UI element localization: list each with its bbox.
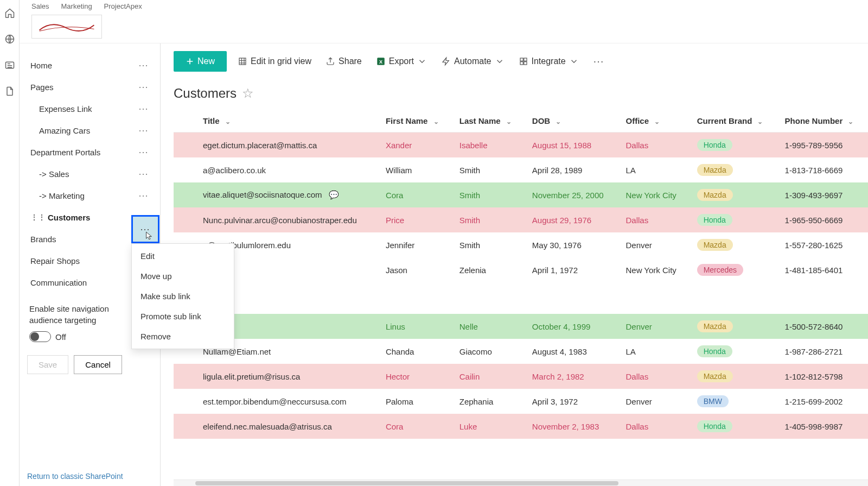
cell-office: Dallas	[618, 132, 689, 158]
nav-label: Customers	[48, 213, 90, 222]
context-menu-move-up[interactable]: Move up	[132, 266, 234, 286]
nav-ellipsis-icon[interactable]: ⋯	[136, 146, 151, 158]
cell-dob: April 1, 1972	[525, 257, 618, 282]
app-rail	[0, 0, 20, 486]
context-menu-remove[interactable]: Remove	[132, 326, 234, 346]
tab-marketing[interactable]: Marketing	[61, 2, 92, 10]
favorite-star-icon[interactable]: ☆	[242, 86, 254, 101]
cell-title: eget.dictum.placerat@mattis.ca	[195, 132, 378, 158]
cell-phone: 1-102-812-5798	[777, 364, 868, 389]
column-header[interactable]: Last Name ⌄	[452, 110, 525, 132]
cell-firstname: Xander	[378, 132, 452, 158]
table-row[interactable]: est.tempor.bibendum@neccursusa.comPaloma…	[174, 389, 868, 414]
table-row[interactable]: e@vestibulumlorem.eduJenniferSmithMay 30…	[174, 232, 868, 257]
nav-item-home[interactable]: Home⋯	[27, 54, 155, 76]
nav-ellipsis-icon[interactable]: ⋯	[136, 59, 151, 71]
tab-projectapex[interactable]: ProjectApex	[104, 2, 142, 10]
nav-item-dept[interactable]: Department Portals⋯	[27, 141, 155, 163]
globe-icon[interactable]	[4, 34, 15, 45]
audience-targeting-label: Enable site navigation audience targetin…	[29, 303, 142, 326]
table-row[interactable]: on.comJasonZeleniaApril 1, 1972New York …	[174, 257, 868, 282]
column-header[interactable]: Current Brand ⌄	[690, 110, 777, 132]
table-row[interactable]: Nunc.pulvinar.arcu@conubianostraper.eduP…	[174, 207, 868, 232]
share-button[interactable]: Share	[322, 54, 365, 68]
brand-pill: BMW	[697, 395, 729, 407]
table-row[interactable]: vitae.aliquet@sociisnatoque.com 💬CoraSmi…	[174, 182, 868, 207]
cell-lastname: Giacomo	[452, 339, 525, 364]
cell-office: Denver	[618, 232, 689, 257]
tab-sales[interactable]: Sales	[31, 2, 49, 10]
automate-button[interactable]: Automate	[438, 54, 507, 68]
context-menu-edit[interactable]: Edit	[132, 246, 234, 266]
cell-firstname: Jason	[378, 257, 452, 282]
brand-pill: Mercedes	[697, 264, 743, 276]
nav-ellipsis-icon[interactable]: ⋯	[136, 168, 151, 180]
cell-phone: 1-557-280-1625	[777, 232, 868, 257]
nav-item-pages[interactable]: Pages⋯	[27, 76, 155, 98]
nav-label: Home	[30, 61, 52, 70]
files-icon[interactable]	[4, 86, 15, 97]
nav-ellipsis-icon[interactable]: ⋯	[136, 124, 151, 136]
column-header[interactable]: First Name ⌄	[378, 110, 452, 132]
cell-phone: 1-987-286-2721	[777, 339, 868, 364]
site-logo[interactable]	[31, 15, 102, 39]
nav-label: -> Marketing	[39, 191, 85, 200]
column-header[interactable]: DOB ⌄	[525, 110, 618, 132]
nav-ellipsis-icon[interactable]: ⋯	[136, 190, 151, 201]
command-bar: New Edit in grid view Share X Export	[161, 43, 868, 79]
audience-targeting-toggle[interactable]	[29, 331, 51, 342]
cell-phone: 1-481-185-6401	[777, 257, 868, 282]
brand-pill: Mazda	[697, 370, 733, 382]
new-button[interactable]: New	[174, 51, 227, 72]
brand-pill: Mazda	[697, 164, 733, 176]
column-header[interactable]: Phone Number ⌄	[777, 110, 868, 132]
return-classic-link[interactable]: Return to classic SharePoint	[27, 461, 155, 481]
column-header[interactable]: Title ⌄	[195, 110, 378, 132]
cancel-button[interactable]: Cancel	[74, 355, 122, 374]
context-menu-make-sub-link[interactable]: Make sub link	[132, 286, 234, 306]
cell-firstname: Jennifer	[378, 232, 452, 257]
brand-pill: Honda	[697, 139, 732, 151]
cell-phone: 1-309-493-9697	[777, 182, 868, 207]
context-menu-promote-sub-link[interactable]: Promote sub link	[132, 306, 234, 326]
table-row[interactable]: eleifend.nec.malesuada@atrisus.caCoraLuk…	[174, 414, 868, 439]
table-row[interactable]: @in.eduLinusNelleOctober 4, 1999DenverMa…	[174, 314, 868, 339]
cell-office: New York City	[618, 182, 689, 207]
cell-office: New York City	[618, 257, 689, 282]
nav-item-marketing[interactable]: -> Marketing⋯	[27, 185, 155, 206]
cell-brand: Mazda	[690, 232, 777, 257]
table-row[interactable]: eget.dictum.placerat@mattis.caXanderIsab…	[174, 132, 868, 158]
nav-ellipsis-icon[interactable]: ⋯	[136, 103, 151, 115]
nav-label: -> Sales	[39, 169, 69, 179]
cell-phone: 1-965-950-6669	[777, 207, 868, 232]
nav-ellipsis-icon[interactable]: ⋯	[136, 81, 151, 93]
nav-item-ellipsis-highlight[interactable]: ⋯	[131, 215, 159, 243]
column-header[interactable]: Office ⌄	[618, 110, 689, 132]
edit-grid-button[interactable]: Edit in grid view	[234, 54, 315, 68]
more-commands[interactable]: ⋯	[590, 55, 608, 68]
table-row[interactable]: a@aclibero.co.ukWilliamSmithApril 28, 19…	[174, 157, 868, 182]
cell-brand: Honda	[690, 339, 777, 364]
table-row[interactable]: ligula.elit.pretium@risus.caHectorCailin…	[174, 364, 868, 389]
news-icon[interactable]	[4, 60, 15, 71]
nav-item-amazing[interactable]: Amazing Cars⋯	[27, 119, 155, 141]
horizontal-scrollbar[interactable]	[174, 479, 868, 486]
nav-item-sales[interactable]: -> Sales⋯	[27, 163, 155, 185]
cell-lastname: Smith	[452, 157, 525, 182]
home-icon[interactable]	[4, 8, 15, 18]
export-button[interactable]: X Export	[373, 54, 430, 68]
cell-brand: Mercedes	[690, 257, 777, 282]
cell-title: Nunc.pulvinar.arcu@conubianostraper.edu	[195, 207, 378, 232]
cell-lastname: Luke	[452, 414, 525, 439]
nav-item-expenses[interactable]: Expenses Link⋯	[27, 98, 155, 119]
cell-office: Denver	[618, 314, 689, 339]
drag-handle-icon[interactable]: ⋮⋮	[30, 213, 46, 222]
comment-icon[interactable]: 💬	[329, 190, 339, 199]
integrate-button[interactable]: Integrate	[515, 54, 582, 68]
cell-lastname: Smith	[452, 232, 525, 257]
nav-label: Pages	[30, 83, 54, 92]
cell-dob: March 2, 1982	[525, 364, 618, 389]
cell-brand: Mazda	[690, 364, 777, 389]
table-row[interactable]: Nullam@Etiam.netChandaGiacomoAugust 4, 1…	[174, 339, 868, 364]
table-row[interactable]	[174, 282, 868, 314]
